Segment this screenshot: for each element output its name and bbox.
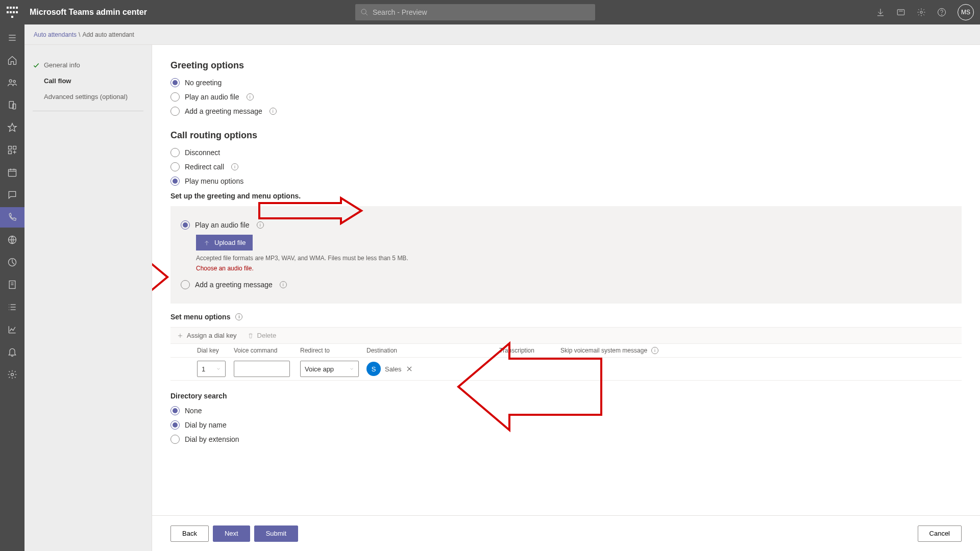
nav-locations[interactable] — [0, 117, 24, 138]
wizard-steps: General info Call flow Advanced settings… — [24, 45, 152, 551]
info-icon[interactable]: i — [270, 108, 277, 115]
col-voice-command: Voice command — [234, 347, 300, 354]
info-icon[interactable]: i — [257, 221, 264, 229]
breadcrumb: Auto attendants \ Add auto attendant — [24, 24, 980, 45]
submit-button[interactable]: Submit — [254, 525, 298, 542]
menu-greeting-box: Play an audio file i Upload file Accepte… — [170, 206, 962, 304]
nav-voice[interactable] — [0, 207, 24, 228]
col-destination: Destination — [366, 347, 499, 354]
settings-icon[interactable] — [917, 8, 926, 17]
wizard-footer: Back Next Submit Cancel — [152, 515, 980, 551]
remove-destination-icon[interactable] — [406, 365, 413, 372]
col-transcription: Transcription — [499, 347, 560, 354]
download-icon[interactable] — [876, 8, 885, 17]
updates-icon[interactable] — [896, 8, 905, 17]
step-call-flow[interactable]: Call flow — [33, 73, 143, 89]
nav-admin-settings[interactable] — [0, 364, 24, 385]
upload-file-button[interactable]: Upload file — [196, 235, 253, 251]
voice-command-input[interactable] — [234, 361, 290, 377]
breadcrumb-parent[interactable]: Auto attendants — [34, 31, 77, 38]
svg-rect-18 — [9, 151, 12, 154]
search-input[interactable] — [373, 8, 590, 16]
info-icon[interactable]: i — [651, 347, 658, 354]
topbar: Microsoft Teams admin center MS — [0, 0, 980, 24]
directory-none-radio[interactable]: None — [170, 406, 962, 415]
nav-home[interactable] — [0, 50, 24, 70]
col-dial-key: Dial key — [197, 347, 234, 354]
directory-ext-radio[interactable]: Dial by extension — [170, 435, 962, 444]
svg-point-13 — [13, 80, 15, 82]
info-icon[interactable]: i — [247, 93, 254, 101]
dial-key-row: 1 Voice app — [170, 358, 962, 380]
nav-list[interactable] — [0, 297, 24, 317]
step-general-info[interactable]: General info — [33, 57, 143, 73]
greeting-message-radio[interactable]: Add a greeting message i — [170, 107, 962, 116]
nav-meetings[interactable] — [0, 162, 24, 183]
svg-rect-4 — [897, 10, 904, 15]
menu-toolbar: Assign a dial key Delete — [170, 327, 962, 344]
app-title: Microsoft Teams admin center — [30, 8, 147, 17]
nav-toggle[interactable] — [0, 28, 24, 48]
nested-audio-radio[interactable]: Play an audio file i — [181, 220, 951, 230]
svg-point-0 — [361, 9, 366, 14]
directory-name-radio[interactable]: Dial by name — [170, 420, 962, 430]
upload-hint: Accepted file formats are MP3, WAV, and … — [196, 255, 951, 262]
info-icon[interactable]: i — [235, 313, 242, 320]
greeting-audio-radio[interactable]: Play an audio file i — [170, 92, 962, 102]
nested-message-radio[interactable]: Add a greeting message i — [181, 280, 951, 289]
search-box[interactable] — [355, 4, 595, 20]
search-icon — [360, 8, 369, 16]
directory-heading: Directory search — [170, 392, 962, 400]
left-nav — [0, 24, 24, 551]
routing-heading: Call routing options — [170, 130, 962, 141]
svg-rect-16 — [9, 146, 12, 149]
user-avatar[interactable]: MS — [958, 4, 974, 20]
nav-messaging[interactable] — [0, 185, 24, 205]
back-button[interactable]: Back — [170, 525, 209, 542]
assign-dial-key-button[interactable]: Assign a dial key — [177, 332, 237, 339]
destination-avatar: S — [366, 362, 381, 376]
svg-rect-19 — [9, 169, 16, 176]
info-icon[interactable]: i — [231, 163, 238, 170]
routing-redirect-radio[interactable]: Redirect call i — [170, 162, 962, 171]
dial-key-select[interactable]: 1 — [197, 361, 226, 377]
nav-teams[interactable] — [0, 72, 24, 93]
dial-key-grid: Dial key Voice command Redirect to Desti… — [170, 344, 962, 381]
svg-point-12 — [9, 80, 12, 82]
cancel-button[interactable]: Cancel — [918, 525, 962, 542]
greeting-heading: Greeting options — [170, 60, 962, 71]
nav-notifications[interactable] — [0, 342, 24, 362]
redirect-select[interactable]: Voice app — [300, 361, 359, 377]
chevron-down-icon — [216, 366, 221, 371]
nav-reports[interactable] — [0, 274, 24, 295]
col-skip: Skip voicemail system messagei — [560, 347, 955, 354]
routing-disconnect-radio[interactable]: Disconnect — [170, 148, 962, 157]
nav-analytics[interactable] — [0, 252, 24, 272]
destination-chip: S Sales — [366, 362, 413, 376]
nav-devices[interactable] — [0, 95, 24, 115]
info-icon[interactable]: i — [280, 281, 287, 288]
svg-line-1 — [365, 13, 368, 15]
delete-button: Delete — [247, 332, 277, 339]
topbar-actions: MS — [876, 4, 974, 20]
svg-rect-17 — [13, 146, 16, 149]
svg-point-36 — [11, 373, 14, 376]
svg-point-8 — [942, 14, 942, 15]
nav-chart[interactable] — [0, 319, 24, 340]
nav-apps[interactable] — [0, 140, 24, 160]
app-launcher-icon[interactable] — [6, 6, 18, 18]
help-icon[interactable] — [937, 8, 946, 17]
col-redirect: Redirect to — [300, 347, 366, 354]
routing-menu-radio[interactable]: Play menu options — [170, 177, 962, 186]
next-button[interactable]: Next — [213, 525, 250, 542]
upload-error: Choose an audio file. — [196, 265, 951, 272]
greeting-none-radio[interactable]: No greeting — [170, 78, 962, 87]
nav-policy[interactable] — [0, 230, 24, 250]
breadcrumb-current: Add auto attendant — [82, 31, 134, 38]
menu-options-heading: Set menu options i — [170, 313, 962, 321]
step-advanced[interactable]: Advanced settings (optional) — [33, 89, 143, 105]
svg-point-6 — [920, 11, 923, 14]
routing-subtext: Set up the greeting and menu options. — [170, 192, 962, 200]
chevron-down-icon — [349, 366, 354, 371]
main-content: Greeting options No greeting Play an aud… — [152, 45, 980, 551]
